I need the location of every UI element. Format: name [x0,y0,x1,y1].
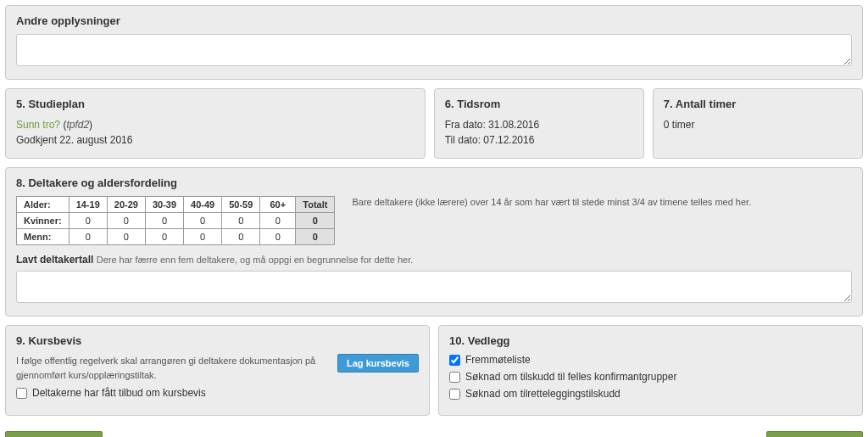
tidsrom-til-value: 07.12.2016 [483,134,534,146]
th-60plus: 60+ [260,197,296,213]
menn-label: Menn: [17,229,70,245]
kvinner-14-19: 0 [69,213,107,229]
tidsrom-fra-label: Fra dato: [445,119,486,131]
kvinner-50-59: 0 [222,213,260,229]
kursbevis-check-row: Deltakerne har fått tilbud om kursbevis [16,387,419,399]
lavt-label: Lavt deltakertall [16,254,93,266]
panel-studieplan: 5. Studieplan Sunn tro? (tpfd2) Godkjent… [5,88,426,159]
tidsrom-fra-value: 31.08.2016 [488,119,539,131]
tidsrom-title: 6. Tidsrom [445,98,633,110]
vedlegg-row-2: Søknad om tilretteleggingstilskudd [449,388,852,400]
th-totalt: Totalt [296,197,335,213]
panel-deltakere: 8. Deltakere og aldersfordeling Alder: 1… [5,167,863,317]
studieplan-approved: Godkjent 22. august 2016 [16,134,132,146]
panel-andre-opplysninger: Andre opplysninger [5,5,863,80]
age-table: Alder: 14-19 20-29 30-39 40-49 50-59 60+… [16,196,335,245]
vedlegg-row-1: Søknad om tilskudd til felles konfirmant… [449,371,852,383]
lavt-label-wrap: Lavt deltakertall Dere har færre enn fem… [16,254,852,266]
panel-tidsrom: 6. Tidsrom Fra dato: 31.08.2016 Til dato… [434,88,644,159]
menn-50-59: 0 [222,229,260,245]
kvinner-label: Kvinner: [17,213,70,229]
th-14-19: 14-19 [69,197,107,213]
deltakere-hint: Bare deltakere (ikke lærere) over 14 år … [352,196,852,209]
kvinner-40-49: 0 [184,213,222,229]
vedlegg-label-2: Søknad om tilretteleggingstilskudd [465,388,620,400]
studieplan-title: 5. Studieplan [16,98,415,110]
th-20-29: 20-29 [107,197,145,213]
th-40-49: 40-49 [184,197,222,213]
menn-20-29: 0 [107,229,145,245]
th-alder: Alder: [17,197,70,213]
kursbevis-check-label: Deltakerne har fått tilbud om kursbevis [32,387,206,399]
tidsrom-til-label: Til dato: [445,134,481,146]
lavt-textarea[interactable] [16,271,852,303]
menn-30-39: 0 [145,229,183,245]
th-30-39: 30-39 [145,197,183,213]
row-menn: Menn: 0 0 0 0 0 0 0 [17,229,335,245]
kvinner-30-39: 0 [145,213,183,229]
vedlegg-checkbox-2[interactable] [449,389,460,400]
footer-buttons: Lagre endringer Send søknaden [5,431,863,437]
lag-kursbevis-button[interactable]: Lag kursbevis [337,354,419,373]
deltakere-title: 8. Deltakere og aldersfordeling [16,176,852,189]
vedlegg-checkbox-0[interactable] [449,355,460,366]
vedlegg-title: 10. Vedlegg [449,334,852,347]
studieplan-link[interactable]: Sunn tro? [16,119,60,131]
lavt-desc: Dere har færre enn fem deltakere, og må … [97,255,414,265]
panel-antall-timer: 7. Antall timer 0 timer [653,88,863,159]
vedlegg-label-1: Søknad om tilskudd til felles konfirmant… [465,371,676,383]
vedlegg-checkbox-1[interactable] [449,372,460,383]
menn-60plus: 0 [260,229,296,245]
save-button[interactable]: Lagre endringer [5,431,103,437]
row-kvinner: Kvinner: 0 0 0 0 0 0 0 [17,213,335,229]
row-9-10: 9. Kursbevis I følge offentlig regelverk… [5,325,863,416]
kursbevis-checkbox[interactable] [16,388,27,399]
kursbevis-text: I følge offentlig regelverk skal arrangø… [16,354,325,382]
studieplan-code: tpfd2 [66,119,89,131]
studieplan-body: Sunn tro? (tpfd2) Godkjent 22. august 20… [16,117,415,148]
tidsrom-body: Fra dato: 31.08.2016 Til dato: 07.12.201… [445,117,633,148]
kvinner-20-29: 0 [107,213,145,229]
antall-timer-value: 0 timer [664,117,852,132]
vedlegg-label-0: Fremmøteliste [465,354,531,366]
menn-40-49: 0 [184,229,222,245]
vedlegg-row-0: Fremmøteliste [449,354,852,366]
kvinner-total: 0 [296,213,335,229]
antall-timer-title: 7. Antall timer [664,98,852,110]
menn-total: 0 [296,229,335,245]
row-5-6-7: 5. Studieplan Sunn tro? (tpfd2) Godkjent… [5,88,863,159]
panel-vedlegg: 10. Vedlegg Fremmøteliste Søknad om tils… [438,325,863,416]
andre-title: Andre opplysninger [16,14,852,27]
menn-14-19: 0 [69,229,107,245]
send-button[interactable]: Send søknaden [766,431,863,437]
kursbevis-title: 9. Kursbevis [16,334,419,347]
panel-kursbevis: 9. Kursbevis I følge offentlig regelverk… [5,325,430,416]
kvinner-60plus: 0 [260,213,296,229]
th-50-59: 50-59 [222,197,260,213]
andre-textarea[interactable] [16,34,852,66]
